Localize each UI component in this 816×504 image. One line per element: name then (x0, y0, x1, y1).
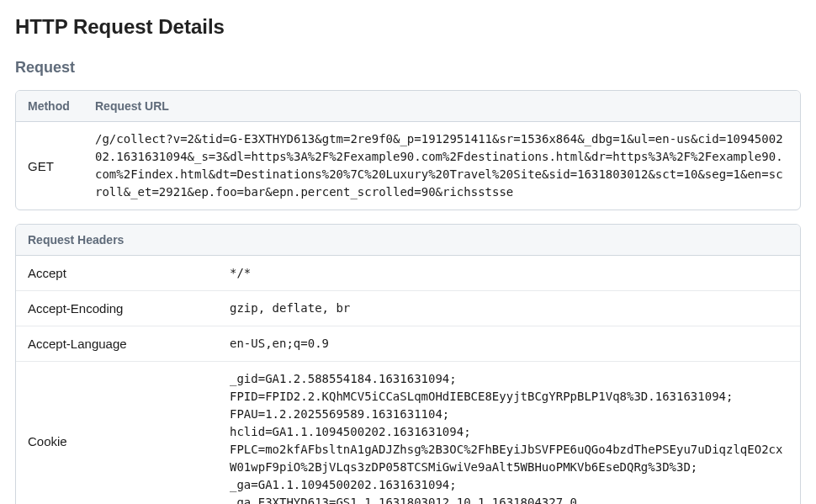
request-headers-table: Request Headers Accept*/*Accept-Encoding… (15, 224, 801, 504)
header-value-cell: */* (218, 256, 800, 291)
header-name-cell: Accept-Encoding (16, 291, 218, 326)
column-header-method: Method (16, 91, 83, 122)
header-row: Accept-Encodinggzip, deflate, br (16, 291, 800, 326)
header-name-cell: Accept-Language (16, 326, 218, 362)
header-row: Cookie_gid=GA1.2.588554184.1631631094; F… (16, 362, 800, 505)
header-row: Accept*/* (16, 256, 800, 291)
request-method-cell: GET (16, 122, 83, 210)
request-url-cell: /g/collect?v=2&tid=G-E3XTHYD613&gtm=2re9… (83, 122, 800, 210)
header-name-cell: Accept (16, 256, 218, 291)
request-row: GET /g/collect?v=2&tid=G-E3XTHYD613&gtm=… (16, 122, 800, 210)
column-header-url: Request URL (83, 91, 800, 122)
header-row: Accept-Languageen-US,en;q=0.9 (16, 326, 800, 362)
header-value-cell: gzip, deflate, br (218, 291, 800, 326)
header-name-cell: Cookie (16, 362, 218, 505)
header-value-cell: _gid=GA1.2.588554184.1631631094; FPID=FP… (218, 362, 800, 505)
section-request-title: Request (15, 59, 801, 77)
page-title: HTTP Request Details (15, 15, 801, 39)
request-headers-title: Request Headers (16, 225, 800, 256)
request-url-table: Method Request URL GET /g/collect?v=2&ti… (15, 90, 801, 210)
header-value-cell: en-US,en;q=0.9 (218, 326, 800, 362)
